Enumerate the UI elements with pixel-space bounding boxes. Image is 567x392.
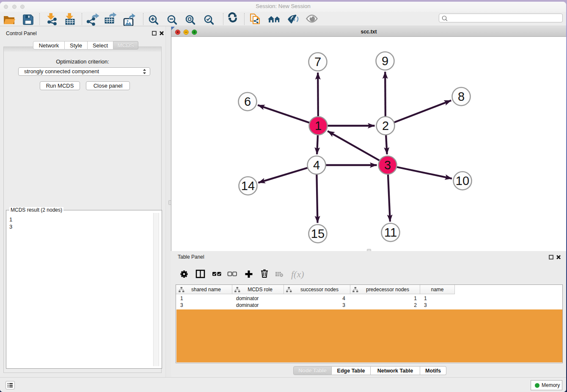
svg-text:11: 11 bbox=[384, 226, 397, 239]
svg-text:15: 15 bbox=[311, 227, 325, 240]
svg-text:1: 1 bbox=[315, 119, 322, 133]
svg-text:7: 7 bbox=[314, 55, 321, 69]
svg-text:2: 2 bbox=[382, 119, 389, 133]
svg-text:8: 8 bbox=[458, 90, 465, 103]
svg-text:f(x): f(x) bbox=[291, 269, 304, 279]
svg-text:6: 6 bbox=[244, 95, 251, 108]
svg-text:14: 14 bbox=[241, 179, 255, 193]
svg-text:4: 4 bbox=[313, 158, 320, 172]
svg-text:10: 10 bbox=[456, 174, 469, 188]
svg-text:3: 3 bbox=[384, 158, 391, 172]
svg-text:9: 9 bbox=[382, 54, 388, 68]
